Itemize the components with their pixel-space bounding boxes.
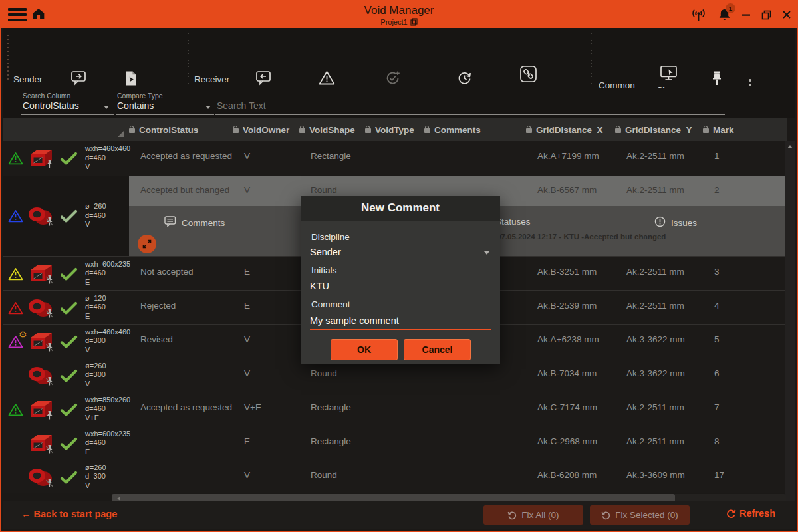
cell-griddistance-y: Ak.2-2511 mm xyxy=(626,151,684,161)
chevron-down-icon[interactable] xyxy=(484,251,489,255)
void-ring-icon xyxy=(27,297,56,322)
issue-circle-icon xyxy=(654,216,666,229)
column-header-voidtype[interactable]: VoidType xyxy=(365,118,414,141)
table-row[interactable]: wxh=850x260d=460V+EAccepted as requested… xyxy=(3,392,787,426)
table-row[interactable]: wxh=460x460d=460VAccepted as requestedVR… xyxy=(3,141,787,176)
issues-section-header: Issues xyxy=(654,216,697,229)
row-gutter: ⚙wxh=460x460d=300V xyxy=(3,325,129,358)
row-status-triangle-icon xyxy=(8,152,23,168)
cancel-button[interactable]: Cancel xyxy=(404,339,471,360)
check-icon xyxy=(60,267,78,284)
cell-griddistance-y: Ak.3-3609 mm xyxy=(626,470,685,480)
cell-griddistance-x: Ak.B-7034 mm xyxy=(537,368,597,378)
cell-griddistance-x: Ak.C-7174 mm xyxy=(537,402,597,412)
cell-griddistance-x: Ak.A+6238 mm xyxy=(537,334,599,344)
status-entry: 07.05.2024 12:17 - KTU -Accepted but cha… xyxy=(497,233,666,241)
monitor-icon xyxy=(660,65,678,82)
copy-icon[interactable] xyxy=(410,18,418,26)
comment-label: Comment xyxy=(311,299,350,309)
cell-voidowner: E xyxy=(244,436,250,446)
column-header-voidshape[interactable]: VoidShape xyxy=(299,118,355,141)
column-header-voidowner[interactable]: VoidOwner xyxy=(233,118,289,141)
cell-mark: 4 xyxy=(714,301,720,311)
expand-comments-button[interactable] xyxy=(138,235,156,253)
toolbar-grip[interactable] xyxy=(7,33,9,82)
cell-griddistance-y: Ak.2-2511 mm xyxy=(626,267,684,277)
row-status-triangle-icon xyxy=(8,267,23,283)
table-row[interactable]: wxh=600x235d=460EERectangleAk.C-2968 mmA… xyxy=(3,426,787,460)
compare-type-label: Compare Type xyxy=(117,92,163,100)
ok-button[interactable]: OK xyxy=(331,339,398,360)
chevron-down-icon[interactable] xyxy=(104,106,109,109)
notifications-bell-icon[interactable]: 1 xyxy=(718,8,731,22)
row-gutter: wxh=600x235d=460E xyxy=(3,257,129,290)
cell-voidowner: V+E xyxy=(244,402,261,412)
check-icon xyxy=(60,152,78,168)
comment-bubble-icon xyxy=(164,216,176,229)
row-gutter: wxh=600x235d=460E xyxy=(3,426,129,460)
vertical-scrollbar[interactable] xyxy=(785,141,795,502)
cell-griddistance-y: Ak.3-3622 mm xyxy=(626,334,685,344)
column-header-comments[interactable]: Comments xyxy=(424,118,481,141)
search-column-select[interactable]: ControlStatus xyxy=(23,100,79,111)
search-text-input[interactable]: Search Text xyxy=(217,100,266,111)
void-box-icon xyxy=(27,398,56,424)
select-all-corner[interactable] xyxy=(118,130,124,137)
unpinned-icon xyxy=(45,342,54,355)
discipline-label: Discipline xyxy=(311,232,350,242)
close-icon[interactable] xyxy=(782,10,791,19)
row-status-triangle-icon xyxy=(8,403,23,419)
comment-input[interactable]: My sample comment xyxy=(310,315,399,326)
fix-selected-button[interactable]: Fix Selected (0) xyxy=(590,505,690,525)
scroll-up-arrow-icon[interactable] xyxy=(787,145,793,148)
row-status-triangle-icon: ⚙ xyxy=(8,335,23,351)
cell-voidshape: Round xyxy=(311,368,337,378)
compare-type-select[interactable]: Contains xyxy=(117,100,154,111)
unpinned-icon xyxy=(45,376,54,389)
column-header-mark[interactable]: Mark xyxy=(703,118,734,141)
void-box-icon xyxy=(27,263,56,288)
column-header-controlstatus[interactable]: ControlStatus xyxy=(129,118,198,141)
broadcast-icon[interactable] xyxy=(690,7,708,23)
void-box-icon xyxy=(27,432,56,458)
cell-voidowner: V xyxy=(244,185,250,195)
cell-controlstatus: Not accepted xyxy=(140,267,194,277)
lock-icon xyxy=(424,128,430,133)
row-status-triangle-icon xyxy=(8,209,23,225)
notification-badge: 1 xyxy=(726,3,735,13)
refresh-button[interactable]: Refresh xyxy=(726,508,775,519)
unpinned-icon xyxy=(45,478,54,491)
table-row[interactable]: ø=260d=300VVRoundAk.B-6208 mmAk.3-3609 m… xyxy=(3,460,787,493)
cell-voidshape: Rectangle xyxy=(311,151,351,161)
lock-icon xyxy=(615,128,621,133)
comment-send-icon xyxy=(70,70,86,86)
void-ring-icon xyxy=(27,205,56,230)
cell-mark: 8 xyxy=(714,436,720,446)
lock-icon xyxy=(703,128,709,133)
cell-griddistance-y: Ak.2-2511 mm xyxy=(626,185,684,195)
minimize-icon[interactable] xyxy=(741,10,751,19)
restore-icon[interactable] xyxy=(761,10,771,20)
chevron-down-icon[interactable] xyxy=(205,106,211,109)
cell-voidowner: V xyxy=(244,470,250,480)
column-header-griddistance_x[interactable]: GridDistance_X xyxy=(526,118,603,141)
row-dimensions: wxh=600x235d=460E xyxy=(85,260,130,287)
lock-icon xyxy=(233,128,239,133)
cell-voidshape: Round xyxy=(311,470,337,480)
comment-receive-icon xyxy=(255,70,271,86)
warning-triangle-icon xyxy=(319,70,335,85)
pinned-icon xyxy=(45,159,54,172)
row-dimensions: ø=260d=460V xyxy=(85,202,106,229)
cell-mark: 5 xyxy=(714,334,720,344)
void-ring-icon xyxy=(27,466,56,491)
check-icon xyxy=(60,369,78,386)
lock-icon xyxy=(365,128,371,133)
row-dimensions: ø=260d=300V xyxy=(85,362,106,389)
discipline-select[interactable]: Sender xyxy=(310,247,341,257)
cell-griddistance-x: Ak.A+7199 mm xyxy=(537,151,599,161)
fix-all-button[interactable]: Fix All (0) xyxy=(483,505,583,525)
back-to-start-link[interactable]: ← Back to start page xyxy=(21,509,117,519)
column-header-griddistance_y[interactable]: GridDistance_Y xyxy=(615,118,692,141)
dialog-title: New Comment xyxy=(301,196,500,221)
initials-input[interactable]: KTU xyxy=(310,281,329,291)
